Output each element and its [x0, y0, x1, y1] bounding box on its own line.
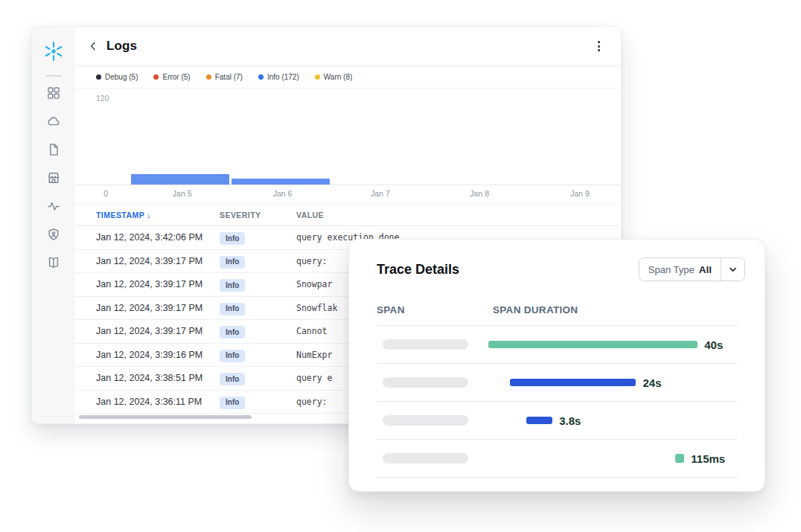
- timestamp-cell: Jan 12, 2024, 3:39:17 PM: [75, 279, 220, 289]
- log-volume-histogram: 120: [75, 89, 621, 185]
- sidebar-nav: [46, 86, 61, 270]
- timestamp-cell: Jan 12, 2024, 3:39:16 PM: [75, 350, 220, 360]
- admin-shield-user-icon[interactable]: [46, 227, 61, 242]
- severity-badge: Info: [220, 303, 245, 315]
- snowflake-logo-icon[interactable]: [42, 39, 66, 63]
- trace-row[interactable]: 24s: [377, 364, 737, 402]
- x-tick: Jan 9: [570, 189, 590, 198]
- legend-item-warn[interactable]: Warn (8): [315, 73, 353, 81]
- trace-title: Trace Details: [377, 262, 639, 278]
- activity-pulse-icon[interactable]: [46, 199, 61, 214]
- legend-label: Error (5): [162, 73, 190, 81]
- legend-item-error[interactable]: Error (5): [153, 73, 190, 81]
- severity-badge: Info: [220, 397, 245, 409]
- timestamp-cell: Jan 12, 2024, 3:42:06 PM: [75, 232, 220, 243]
- timestamp-cell: Jan 12, 2024, 3:39:17 PM: [75, 326, 220, 336]
- histogram-bar: [232, 179, 331, 185]
- trace-row[interactable]: 115ms: [377, 440, 737, 478]
- sidebar-divider: [45, 75, 62, 77]
- x-tick: 0: [103, 189, 108, 198]
- app-sidebar: [32, 27, 75, 423]
- span-name-placeholder: [383, 377, 468, 388]
- trace-table-body: 40s 24s 3.8s 115ms: [377, 326, 737, 478]
- cloud-icon[interactable]: [46, 114, 61, 129]
- error-dot-icon: [153, 74, 159, 80]
- y-axis-max-label: 120: [96, 94, 109, 103]
- docs-book-icon[interactable]: [46, 255, 61, 270]
- column-header-span: SPAN: [377, 304, 493, 315]
- span-duration-bar: [510, 379, 636, 386]
- severity-cell: Info: [220, 254, 296, 269]
- severity-cell: Info: [220, 231, 296, 246]
- severity-badge: Info: [220, 232, 245, 245]
- trace-row[interactable]: 3.8s: [377, 402, 737, 440]
- screen: Logs Debug (5) Error (5) Fatal (7): [0, 0, 801, 532]
- span-name-placeholder: [383, 339, 468, 350]
- x-tick: Jan 8: [470, 189, 489, 198]
- document-icon[interactable]: [46, 142, 61, 157]
- span-duration-bar: [488, 341, 698, 348]
- severity-cell: Info: [220, 347, 296, 362]
- severity-legend: Debug (5) Error (5) Fatal (7) Info (172)…: [75, 66, 621, 89]
- severity-cell: Info: [220, 394, 296, 409]
- page-title: Logs: [106, 39, 137, 54]
- logs-header: Logs: [75, 27, 621, 66]
- duration-label: 24s: [642, 376, 661, 389]
- trace-table-header: SPAN SPAN DURATION: [349, 304, 765, 315]
- trace-row[interactable]: 40s: [377, 326, 737, 364]
- column-header-severity[interactable]: SEVERITY: [220, 211, 296, 219]
- dashboard-grid-icon[interactable]: [46, 86, 61, 100]
- column-header-span-duration: SPAN DURATION: [493, 304, 578, 315]
- kebab-menu-icon[interactable]: [595, 38, 603, 54]
- dropdown-selected-value: All: [699, 264, 712, 275]
- timestamp-header-label: TIMESTAMP: [96, 211, 144, 219]
- warn-dot-icon: [315, 74, 320, 80]
- legend-label: Info (172): [267, 73, 299, 81]
- x-tick: Jan 6: [273, 189, 293, 198]
- dropdown-label: Span Type: [648, 264, 695, 275]
- span-duration-bar: [675, 454, 684, 463]
- severity-badge: Info: [220, 256, 245, 269]
- severity-badge: Info: [220, 326, 245, 339]
- debug-dot-icon: [96, 74, 101, 80]
- x-tick: Jan 7: [371, 189, 390, 198]
- column-header-timestamp[interactable]: TIMESTAMP ↓: [75, 211, 220, 219]
- legend-label: Debug (5): [105, 73, 138, 81]
- duration-label: 3.8s: [559, 414, 581, 427]
- histogram-bar: [131, 174, 229, 185]
- span-duration-bar: [526, 417, 552, 424]
- span-type-dropdown-value: Span Type All: [639, 258, 721, 281]
- legend-item-info[interactable]: Info (172): [258, 73, 299, 81]
- duration-label: 40s: [704, 339, 723, 351]
- span-type-dropdown[interactable]: Span Type All: [639, 257, 745, 281]
- fatal-dot-icon: [206, 74, 211, 80]
- x-tick: Jan 5: [173, 189, 192, 198]
- timestamp-cell: Jan 12, 2024, 3:39:17 PM: [75, 303, 220, 313]
- legend-item-debug[interactable]: Debug (5): [96, 73, 138, 81]
- horizontal-scrollbar-thumb[interactable]: [79, 415, 252, 419]
- log-table-header: TIMESTAMP ↓ SEVERITY VALUE: [75, 204, 621, 226]
- legend-label: Fatal (7): [215, 73, 243, 81]
- severity-cell: Info: [220, 301, 296, 315]
- x-axis: 0 Jan 5 Jan 6 Jan 7 Jan 8 Jan 9: [75, 185, 621, 204]
- sort-descending-icon: ↓: [147, 211, 151, 219]
- trace-details-card: Trace Details Span Type All SPAN SPAN DU…: [348, 239, 765, 492]
- duration-label: 115ms: [691, 452, 725, 465]
- back-chevron-icon[interactable]: [86, 39, 100, 53]
- severity-badge: Info: [220, 350, 245, 362]
- legend-label: Warn (8): [324, 73, 353, 81]
- severity-cell: Info: [220, 324, 296, 339]
- column-header-value[interactable]: VALUE: [296, 211, 621, 219]
- info-dot-icon: [258, 74, 264, 80]
- marketplace-storefront-icon[interactable]: [46, 170, 61, 185]
- chevron-down-icon: [721, 258, 744, 281]
- legend-item-fatal[interactable]: Fatal (7): [206, 73, 243, 81]
- span-name-placeholder: [383, 415, 468, 426]
- severity-cell: Info: [220, 278, 296, 292]
- timestamp-cell: Jan 12, 2024, 3:36:11 PM: [75, 397, 220, 407]
- severity-cell: Info: [220, 371, 296, 386]
- severity-badge: Info: [220, 279, 245, 292]
- timestamp-cell: Jan 12, 2024, 3:39:17 PM: [75, 256, 220, 266]
- severity-badge: Info: [220, 373, 245, 385]
- timestamp-cell: Jan 12, 2024, 3:38:51 PM: [75, 373, 220, 383]
